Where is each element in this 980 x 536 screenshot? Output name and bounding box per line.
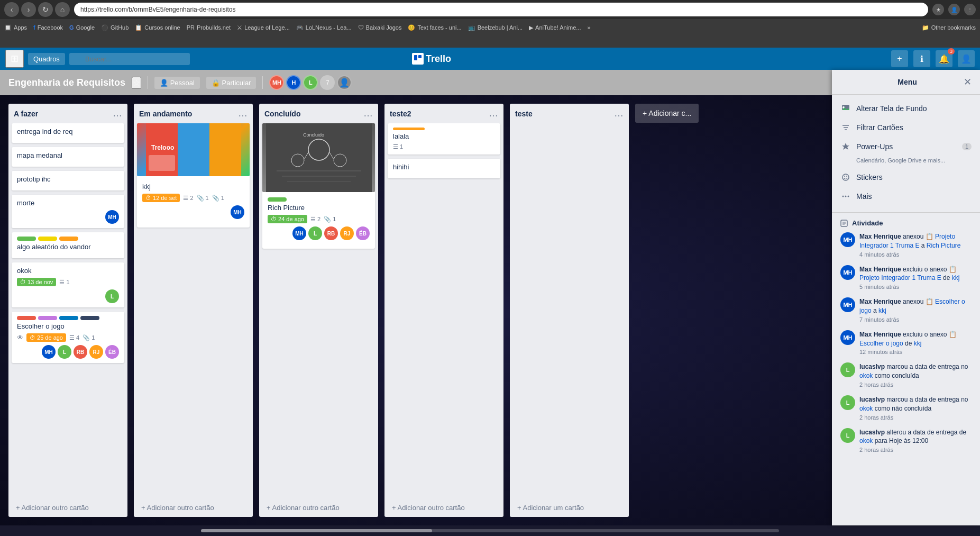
- horizontal-scrollbar: [0, 525, 980, 536]
- svg-rect-1: [418, 55, 422, 58]
- menu-item-bg[interactable]: Alterar Tela de Fundo: [832, 99, 980, 118]
- card-kkj[interactable]: Trelooo kkj ⏱ 12 de set ☰ 2 📎 1 📎 1: [137, 123, 250, 228]
- card-prototip-title: prototip ihc: [17, 175, 119, 183]
- card-okok[interactable]: okok ⏱ 13 de nov ☰ 1 L: [12, 262, 124, 307]
- card-rich-picture-checklist: ☰ 2: [310, 216, 320, 223]
- boards-button[interactable]: Quadros: [28, 53, 65, 65]
- card-prototip[interactable]: prototip ihc: [12, 171, 124, 190]
- activity-item-3: MH Max Henrique anexou 📋 Escolher o jogo…: [840, 297, 972, 323]
- menu-item-stickers[interactable]: Stickers: [832, 168, 980, 187]
- forward-button[interactable]: ›: [21, 2, 36, 17]
- bookmark-baixaki[interactable]: 🛡 Baixaki Jogos: [358, 24, 402, 31]
- profile-button[interactable]: 👤: [958, 50, 975, 67]
- list-teste2-menu-button[interactable]: …: [489, 108, 498, 119]
- label-orange: [59, 237, 78, 241]
- powerups-sub: Calendário, Google Drive e mais...: [840, 157, 945, 163]
- card-morte[interactable]: morte MH: [12, 195, 124, 228]
- svg-point-35: [842, 196, 844, 197]
- activity-text-7: lucaslvp alterou a data de entrega de ok…: [859, 428, 972, 446]
- card-entrega[interactable]: entrega ind de req: [12, 123, 124, 143]
- stickers-icon: [840, 172, 851, 183]
- trello-appbar: ⊞ Quadros Trello + ℹ 🔔 3 👤: [0, 48, 980, 70]
- cursos-icon: 📋: [135, 24, 142, 31]
- baixaki-icon: 🛡: [358, 24, 364, 31]
- bookmark-anitube[interactable]: ▶ AniTube! Anime...: [529, 24, 581, 31]
- add-button[interactable]: +: [891, 50, 908, 67]
- activity-title: Atividade: [840, 219, 972, 227]
- bookmark-lolnexus[interactable]: 🎮 LoLNexus - Lea...: [296, 24, 352, 31]
- add-card-teste-button[interactable]: + Adicionar um cartão: [514, 502, 625, 514]
- private-button[interactable]: 🔒 Particular: [206, 77, 257, 89]
- user-profile-button[interactable]: 👤: [948, 4, 960, 15]
- activity-time-4: 12 minutos atrás: [859, 349, 972, 355]
- menu-item-filter[interactable]: Filtrar Cartões: [832, 118, 980, 137]
- add-card-concluido-button[interactable]: + Adicionar outro cartão: [263, 502, 374, 514]
- card-mapa[interactable]: mapa medanal: [12, 147, 124, 167]
- card-hihihi[interactable]: hihihi: [388, 159, 500, 178]
- add-card-teste2-button[interactable]: + Adicionar outro cartão: [389, 502, 499, 514]
- invite-member-button[interactable]: 👤: [337, 75, 352, 90]
- card-rich-picture[interactable]: Concluido Rich Picture ⏱ 24 de ago: [262, 123, 375, 249]
- bookmark-google[interactable]: G Google: [69, 24, 95, 31]
- menu-button[interactable]: ⋮: [964, 4, 976, 15]
- notifications-button[interactable]: 🔔 3: [936, 50, 952, 67]
- home-button[interactable]: ⊞: [5, 50, 24, 68]
- label-yellow: [38, 237, 57, 241]
- menu-item-filter-label: Filtrar Cartões: [856, 123, 903, 132]
- league-icon: ⚔: [237, 24, 242, 31]
- card-algo[interactable]: algo aleatório do vandor: [12, 232, 124, 258]
- activity-item-1: MH Max Henrique anexou 📋 Projeto Integra…: [840, 232, 972, 258]
- star-button[interactable]: ☆: [132, 77, 141, 89]
- list-teste2: teste2 … lalala ☰ 1 hihihi + Ad: [384, 104, 503, 517]
- add-card-a-fazer-button[interactable]: + Adicionar outro cartão: [13, 502, 123, 514]
- activity-item-4: MH Max Henrique excluiu o anexo 📋 Escolh…: [840, 330, 972, 356]
- bookmark-apps[interactable]: 🔲 Apps: [4, 24, 27, 31]
- member-avatar-1[interactable]: MH: [269, 75, 284, 90]
- probuilds-icon: PR: [187, 24, 195, 31]
- bookmark-league[interactable]: ⚔ League of Lege...: [237, 24, 290, 31]
- add-column-button[interactable]: + Adicionar c...: [635, 104, 699, 123]
- bookmark-other[interactable]: 📁 Other bookmarks: [922, 24, 976, 31]
- list-em-andamento-menu-button[interactable]: …: [238, 108, 248, 119]
- extensions-button[interactable]: ★: [932, 4, 944, 15]
- list-a-fazer-menu-button[interactable]: …: [113, 108, 122, 119]
- add-card-em-andamento-button[interactable]: + Adicionar outro cartão: [138, 502, 249, 514]
- anitube-icon: ▶: [529, 24, 533, 31]
- list-concluido-menu-button[interactable]: …: [363, 108, 373, 119]
- activity-avatar-5: L: [840, 362, 855, 377]
- scrollbar-track[interactable]: [201, 529, 779, 532]
- menu-panel: Menu ✕ Alterar Tela de Fundo Filtrar Car…: [832, 95, 980, 525]
- card-escolher-due: ⏱ 25 de ago: [26, 333, 66, 342]
- url-bar[interactable]: https://trello.com/b/ornmBvE5/engenharia…: [74, 3, 928, 16]
- bookmark-textfaces[interactable]: 😊 Text faces - uni...: [408, 24, 461, 31]
- menu-item-more[interactable]: Mais: [832, 187, 980, 206]
- personal-button[interactable]: 👤 Pessoal: [154, 77, 200, 89]
- menu-item-powerups[interactable]: Power-Ups 1 Calendário, Google Drive e m…: [832, 137, 980, 168]
- member-count[interactable]: 7: [320, 75, 335, 90]
- scrollbar-thumb[interactable]: [201, 529, 432, 532]
- svg-text:Trelooo: Trelooo: [151, 144, 174, 151]
- card-lalala[interactable]: lalala ☰ 1: [388, 123, 500, 155]
- info-button[interactable]: ℹ: [913, 50, 930, 67]
- bookmark-more[interactable]: »: [587, 24, 590, 31]
- bookmark-beelzebub[interactable]: 📺 Beelzebub | Ani...: [468, 24, 523, 31]
- card-rich-picture-labels: [268, 197, 370, 202]
- home-button[interactable]: ⌂: [55, 2, 70, 17]
- activity-avatar-3: MH: [840, 297, 855, 312]
- bookmark-cursos[interactable]: 📋 Cursos online: [135, 24, 180, 31]
- notification-badge: 3: [948, 48, 955, 54]
- member-avatar-3[interactable]: L: [303, 75, 318, 90]
- bookmark-probuilds[interactable]: PR Probuilds.net: [187, 24, 231, 31]
- bookmark-github[interactable]: ⚫ GitHub: [101, 24, 129, 31]
- card-escolher[interactable]: Escolher o jogo 👁 ⏱ 25 de ago ☰ 4 📎 1 MH…: [12, 312, 124, 363]
- list-teste-menu-button[interactable]: …: [614, 108, 624, 119]
- reload-button[interactable]: ↻: [38, 2, 53, 17]
- search-input[interactable]: [69, 53, 190, 65]
- member-avatar-2[interactable]: H: [286, 75, 301, 90]
- activity-item-6: L lucaslvp marcou a data de entrega no o…: [840, 395, 972, 421]
- bookmark-facebook[interactable]: f Facebook: [33, 24, 63, 31]
- list-concluido: Concluído … Concluido: [259, 104, 378, 517]
- card-okok-checklist: ☰ 1: [59, 279, 69, 286]
- back-button[interactable]: ‹: [4, 2, 19, 17]
- card-escolher-member-l: L: [58, 345, 71, 359]
